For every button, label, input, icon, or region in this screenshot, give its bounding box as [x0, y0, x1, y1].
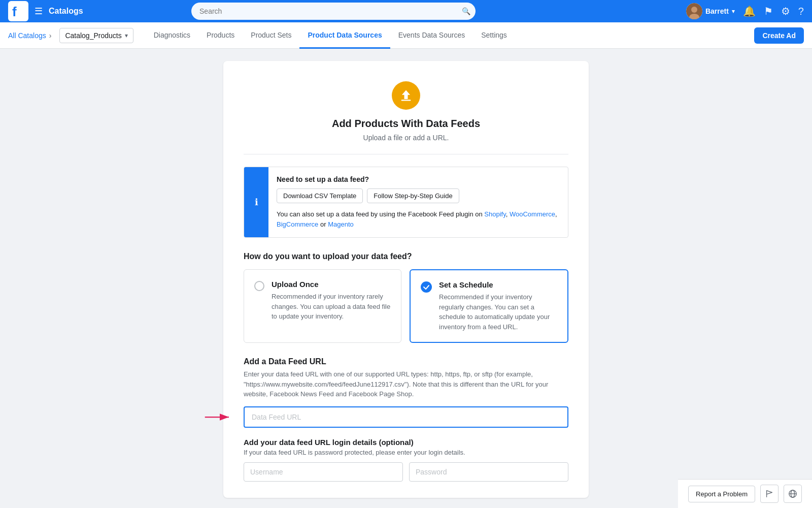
catalog-chevron-icon: ▾	[125, 32, 128, 39]
svg-rect-5	[401, 100, 411, 101]
breadcrumb-separator: ›	[49, 31, 52, 40]
divider	[244, 154, 568, 154]
info-box-buttons: Download CSV Template Follow Step-by-Ste…	[277, 188, 560, 203]
svg-point-3	[691, 7, 697, 13]
top-navigation: f ☰ Catalogs 🔍 Barrett ▾ 🔔 ⚑ ⚙ ?	[0, 0, 812, 22]
user-name: Barrett	[705, 7, 729, 15]
upload-icon	[399, 88, 413, 103]
upload-options: Upload Once Recommended if your inventor…	[244, 269, 568, 343]
login-section-desc: If your data feed URL is password protec…	[244, 449, 568, 456]
flag-icon	[765, 489, 774, 498]
page-title: Add Products With Data Feeds	[244, 118, 568, 130]
user-chevron-icon: ▾	[732, 8, 735, 15]
flag-bottom-icon[interactable]	[760, 485, 779, 503]
arrow-indicator	[203, 410, 233, 424]
create-ad-button[interactable]: Create Ad	[754, 27, 804, 44]
magento-link[interactable]: Magento	[328, 220, 354, 228]
all-catalogs-link[interactable]: All Catalogs	[8, 31, 46, 40]
help-icon[interactable]: ?	[798, 6, 804, 17]
avatar	[686, 3, 702, 19]
secondary-navigation: All Catalogs › Catalog_Products ▾ Diagno…	[0, 22, 812, 49]
set-schedule-title: Set a Schedule	[439, 280, 557, 289]
set-schedule-check	[421, 281, 432, 293]
info-icon: ℹ	[255, 197, 258, 208]
arrow-icon	[203, 410, 233, 424]
password-input[interactable]	[409, 462, 568, 482]
page-subtitle: Upload a file or add a URL.	[244, 134, 568, 142]
option-upload-once[interactable]: Upload Once Recommended if your inventor…	[244, 269, 401, 343]
set-schedule-content: Set a Schedule Recommended if your inven…	[439, 280, 557, 332]
tab-settings[interactable]: Settings	[473, 22, 515, 49]
notifications-icon[interactable]: 🔔	[743, 5, 756, 17]
login-section-title: Add your data feed URL login details (op…	[244, 438, 568, 447]
download-csv-button[interactable]: Download CSV Template	[277, 188, 363, 203]
step-by-step-button[interactable]: Follow Step-by-Step Guide	[367, 188, 459, 203]
upload-once-desc: Recommended if your inventory rarely cha…	[272, 292, 391, 322]
catalog-selector[interactable]: Catalog_Products ▾	[59, 28, 133, 43]
globe-bottom-icon[interactable]	[784, 485, 802, 503]
info-text-or: or	[320, 220, 328, 228]
breadcrumb: All Catalogs ›	[8, 31, 51, 40]
nav-right: Barrett ▾ 🔔 ⚑ ⚙ ?	[686, 3, 804, 19]
upload-icon-circle	[392, 81, 420, 110]
hamburger-icon[interactable]: ☰	[35, 6, 43, 17]
search-bar: 🔍	[191, 3, 476, 20]
report-problem-button[interactable]: Report a Problem	[688, 486, 755, 502]
info-box-accent: ℹ	[244, 167, 268, 237]
upload-once-title: Upload Once	[272, 280, 391, 289]
login-fields	[244, 462, 568, 482]
user-menu[interactable]: Barrett ▾	[686, 3, 735, 19]
info-box-content: Need to set up a data feed? Download CSV…	[268, 167, 568, 237]
upload-header: Add Products With Data Feeds Upload a fi…	[244, 81, 568, 142]
main-content: Add Products With Data Feeds Upload a fi…	[0, 49, 812, 508]
option-set-schedule[interactable]: Set a Schedule Recommended if your inven…	[410, 269, 568, 343]
svg-text:f: f	[12, 4, 17, 19]
catalog-name: Catalog_Products	[65, 31, 121, 40]
flag-icon[interactable]: ⚑	[764, 5, 773, 17]
app-title: Catalogs	[49, 7, 83, 16]
svg-rect-0	[8, 1, 28, 21]
checkmark-icon	[423, 283, 430, 291]
settings-icon[interactable]: ⚙	[781, 5, 790, 17]
set-schedule-desc: Recommended if your inventory regularly …	[439, 292, 557, 332]
search-input[interactable]	[191, 3, 476, 20]
data-feed-url-input[interactable]	[244, 406, 568, 428]
globe-icon	[788, 489, 797, 498]
tab-diagnostics[interactable]: Diagnostics	[146, 22, 198, 49]
url-input-wrap	[244, 406, 568, 428]
info-text-prefix: You can also set up a data feed by using…	[277, 210, 483, 218]
upload-once-content: Upload Once Recommended if your inventor…	[272, 280, 391, 322]
data-feed-section-desc: Enter your data feed URL with one of our…	[244, 369, 568, 399]
upload-question: How do you want to upload your data feed…	[244, 252, 568, 261]
data-feed-section-title: Add a Data Feed URL	[244, 357, 568, 366]
tab-events-data-sources[interactable]: Events Data Sources	[390, 22, 473, 49]
nav-tabs: Diagnostics Products Product Sets Produc…	[146, 22, 755, 48]
bigcommerce-link[interactable]: BigCommerce	[277, 220, 318, 228]
content-card: Add Products With Data Feeds Upload a fi…	[223, 61, 589, 498]
shopify-link[interactable]: Shopify	[484, 210, 505, 218]
info-box: ℹ Need to set up a data feed? Download C…	[244, 167, 568, 238]
bottom-bar: Report a Problem	[678, 479, 812, 508]
search-icon: 🔍	[462, 7, 470, 15]
info-box-text: You can also set up a data feed by using…	[277, 209, 560, 229]
tab-products[interactable]: Products	[198, 22, 243, 49]
username-input[interactable]	[244, 462, 403, 482]
facebook-logo[interactable]: f	[8, 1, 28, 21]
upload-once-radio[interactable]	[254, 281, 264, 291]
tab-product-sets[interactable]: Product Sets	[243, 22, 299, 49]
woocommerce-link[interactable]: WooCommerce	[510, 210, 555, 218]
tab-product-data-sources[interactable]: Product Data Sources	[299, 22, 390, 49]
info-box-title: Need to set up a data feed?	[277, 175, 560, 183]
